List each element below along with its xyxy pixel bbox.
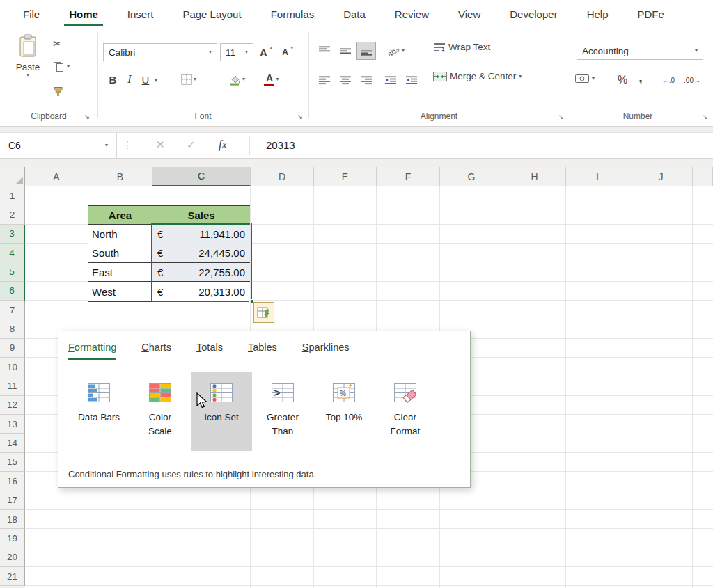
quick-analysis-button[interactable]	[253, 302, 274, 323]
ribbon-tab-home[interactable]: Home	[54, 0, 113, 28]
increase-decimal-button[interactable]: ←.0	[657, 71, 680, 89]
cell-b6-area[interactable]: West	[88, 282, 152, 301]
merge-center-caret[interactable]: ▾	[519, 74, 522, 79]
borders-button[interactable]: ▾	[174, 70, 203, 89]
comma-style-button[interactable]: ,	[634, 68, 648, 86]
underline-caret[interactable]: ▾	[155, 78, 157, 84]
font-color-button[interactable]: A ▾	[256, 70, 287, 89]
row-header-7[interactable]: 7	[0, 301, 25, 319]
name-box[interactable]: C6 ▾	[0, 133, 117, 158]
column-header-f[interactable]: F	[377, 167, 440, 186]
copy-dropdown-caret[interactable]: ▾	[67, 64, 70, 70]
row-header-16[interactable]: 16	[0, 472, 25, 491]
row-header-12[interactable]: 12	[0, 396, 25, 415]
row-header-19[interactable]: 19	[0, 529, 25, 548]
cell-b4-area[interactable]: South	[88, 244, 152, 262]
ribbon-tab-pdfe[interactable]: PDFe	[623, 0, 679, 28]
row-header-2[interactable]: 2	[0, 205, 25, 224]
fill-color-caret[interactable]: ▾	[242, 77, 245, 82]
accounting-format-button[interactable]: ▾	[575, 74, 595, 84]
font-name-caret[interactable]: ▾	[209, 49, 212, 55]
underline-button[interactable]: U	[138, 70, 153, 89]
cut-button[interactable]: ✂	[53, 38, 62, 50]
column-header-e[interactable]: E	[314, 167, 377, 186]
font-name-combo[interactable]: Calibri ▾	[103, 43, 217, 61]
row-header-5[interactable]: 5	[0, 262, 25, 281]
ribbon-tab-developer[interactable]: Developer	[495, 0, 572, 28]
bold-button[interactable]: B	[104, 70, 121, 89]
number-format-caret[interactable]: ▾	[695, 48, 698, 54]
orientation-button[interactable]: ab ▾	[382, 42, 409, 60]
row-header-20[interactable]: 20	[0, 548, 25, 567]
cell-c6-sales[interactable]: €20,313.00	[152, 282, 250, 301]
ribbon-tab-formulas[interactable]: Formulas	[256, 0, 329, 28]
align-left-button[interactable]	[315, 71, 334, 89]
italic-button[interactable]: I	[123, 70, 136, 89]
font-dialog-launcher[interactable]: ↘	[295, 112, 305, 121]
cell-b3-area[interactable]: North	[88, 225, 152, 243]
column-header-c[interactable]: C	[152, 167, 251, 186]
column-header-j[interactable]: J	[629, 167, 693, 186]
row-header-3[interactable]: 3	[0, 225, 25, 244]
table-header-sales[interactable]: Sales	[152, 206, 250, 224]
name-box-caret[interactable]: ▾	[105, 143, 108, 148]
accounting-format-caret[interactable]: ▾	[592, 76, 595, 81]
qa-item-color-scale[interactable]: Color Scale	[130, 372, 191, 451]
qa-tab-totals[interactable]: Totals	[196, 342, 223, 360]
format-painter-button[interactable]	[53, 86, 64, 97]
row-header-21[interactable]: 21	[0, 567, 25, 586]
formula-input[interactable]: 20313	[266, 139, 295, 151]
cell-c4-sales[interactable]: €24,445.00	[152, 244, 250, 262]
ribbon-tab-review[interactable]: Review	[380, 0, 444, 28]
row-header-8[interactable]: 8	[0, 319, 25, 338]
ribbon-tab-insert[interactable]: Insert	[113, 0, 169, 28]
qa-item-icon-set[interactable]: Icon Set	[191, 372, 252, 451]
qa-tab-formatting[interactable]: Formatting	[68, 342, 116, 360]
clipboard-dialog-launcher[interactable]: ↘	[82, 112, 92, 121]
row-header-18[interactable]: 18	[0, 510, 25, 529]
font-size-caret[interactable]: ▾	[245, 49, 248, 55]
font-color-caret[interactable]: ▾	[276, 77, 279, 82]
row-header-1[interactable]: 1	[0, 186, 25, 205]
increase-indent-button[interactable]	[402, 71, 421, 89]
ribbon-tab-view[interactable]: View	[444, 0, 495, 28]
column-header-b[interactable]: B	[88, 167, 152, 186]
qa-item-greater-than[interactable]: >Greater Than	[252, 372, 313, 451]
enter-icon[interactable]: ✓	[187, 138, 196, 151]
fill-color-button[interactable]: ▾	[221, 70, 252, 89]
ribbon-tab-page-layout[interactable]: Page Layout	[168, 0, 256, 28]
row-header-15[interactable]: 15	[0, 453, 25, 472]
cell-c3-sales[interactable]: €11,941.00	[152, 225, 250, 243]
column-header-a[interactable]: A	[25, 167, 88, 186]
middle-align-button[interactable]	[336, 42, 355, 60]
alignment-dialog-launcher[interactable]: ↘	[556, 112, 566, 121]
ribbon-tab-data[interactable]: Data	[329, 0, 380, 28]
merge-center-button[interactable]: Merge & Center ▾	[433, 71, 522, 81]
ribbon-tab-file[interactable]: File	[8, 0, 54, 28]
select-all-corner[interactable]	[0, 167, 25, 186]
qa-tab-charts[interactable]: Charts	[141, 342, 171, 360]
number-format-combo[interactable]: Accounting ▾	[577, 42, 703, 60]
qa-tab-tables[interactable]: Tables	[248, 342, 277, 360]
bottom-align-button[interactable]	[356, 42, 376, 60]
row-header-10[interactable]: 10	[0, 358, 25, 376]
decrease-decimal-button[interactable]: .00→	[681, 71, 703, 89]
number-dialog-launcher[interactable]: ↘	[700, 112, 710, 121]
row-header-6[interactable]: 6	[0, 282, 25, 301]
column-header-i[interactable]: I	[566, 167, 629, 186]
orientation-caret[interactable]: ▾	[402, 48, 405, 54]
align-right-button[interactable]	[356, 71, 376, 89]
column-header-d[interactable]: D	[251, 167, 314, 186]
qa-item-top-10[interactable]: %Top 10%	[313, 372, 375, 451]
qa-item-clear-format[interactable]: Clear Format	[375, 372, 436, 451]
copy-button[interactable]: ▾	[53, 61, 70, 72]
increase-font-size-button[interactable]: A▲	[256, 43, 277, 61]
formula-bar-splitter[interactable]: ⋮	[123, 139, 132, 150]
paste-dropdown-caret[interactable]: ▾	[26, 72, 29, 78]
qa-item-data-bars[interactable]: Data Bars	[68, 372, 130, 451]
ribbon-tab-help[interactable]: Help	[572, 0, 623, 28]
column-header-g[interactable]: G	[440, 167, 503, 186]
wrap-text-button[interactable]: Wrap Text	[433, 42, 490, 52]
decrease-font-size-button[interactable]: A▼	[279, 43, 298, 61]
borders-caret[interactable]: ▾	[194, 77, 196, 82]
